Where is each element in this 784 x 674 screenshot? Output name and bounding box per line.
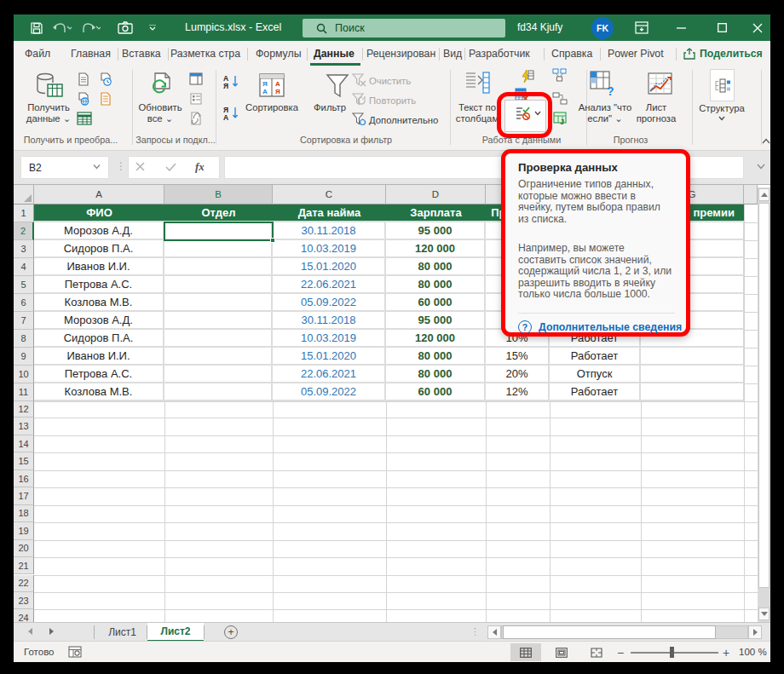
row-header-10[interactable]: 10: [14, 366, 34, 383]
row-header-12[interactable]: 12: [14, 401, 34, 418]
search-box[interactable]: Поиск: [303, 19, 505, 37]
vscroll-thumb[interactable]: [758, 203, 770, 588]
cell-B4[interactable]: [164, 258, 273, 276]
cell-B8[interactable]: [164, 330, 273, 348]
hscroll-left-button[interactable]: [487, 625, 501, 639]
row-header-1[interactable]: 1: [14, 205, 34, 222]
cell-D7[interactable]: 95 000: [386, 312, 486, 330]
formula-bar-dots[interactable]: ⋮: [116, 160, 126, 172]
cell-C1[interactable]: Дата найма: [273, 205, 386, 222]
cell-B7[interactable]: [164, 312, 273, 330]
cell-C4[interactable]: 15.01.2020: [273, 258, 386, 276]
cell-D10[interactable]: 80 000: [386, 366, 486, 383]
cell-E11[interactable]: 12%: [486, 383, 550, 401]
cell-C10[interactable]: 22.06.2021: [273, 366, 386, 383]
cell-D1[interactable]: Зарплата: [386, 205, 486, 222]
existing-connections-icon[interactable]: [99, 92, 112, 106]
cell-D11[interactable]: 60 000: [386, 383, 486, 401]
cell-A9[interactable]: Иванов И.И.: [34, 348, 164, 366]
row-header-16[interactable]: 16: [14, 470, 34, 487]
cell-G9[interactable]: [641, 348, 744, 366]
ribbon-tab-9[interactable]: Разработчик: [469, 41, 530, 66]
cell-C3[interactable]: 10.03.2019: [273, 240, 386, 258]
macro-record-icon[interactable]: [68, 646, 82, 658]
user-name[interactable]: fd34 Kjufy: [517, 21, 562, 33]
cell-C2[interactable]: 30.11.2018: [273, 222, 386, 240]
row-header-21[interactable]: 21: [14, 557, 34, 574]
save-icon[interactable]: [30, 21, 43, 35]
undo-button[interactable]: [53, 22, 72, 34]
advanced-filter-icon[interactable]: [352, 112, 366, 126]
row-header-13[interactable]: 13: [14, 418, 34, 435]
get-data-label[interactable]: Получить данные ⌄: [14, 102, 84, 124]
column-header-A[interactable]: A: [34, 185, 164, 205]
cell-B3[interactable]: [164, 240, 273, 258]
name-box-dropdown-icon[interactable]: [93, 164, 101, 170]
text-to-columns-label[interactable]: Текст по столбцам: [451, 102, 504, 124]
row-header-19[interactable]: 19: [14, 522, 34, 539]
cell-F11[interactable]: Работает: [550, 383, 641, 401]
fill-handle[interactable]: [270, 238, 275, 243]
row-header-8[interactable]: 8: [14, 330, 34, 348]
cell-C9[interactable]: 15.01.2020: [273, 348, 386, 366]
zoom-out-button[interactable]: −: [617, 646, 624, 660]
collapse-ribbon-icon[interactable]: [762, 138, 770, 144]
ribbon-tab-7[interactable]: Рецензирован: [366, 41, 435, 66]
flash-fill-icon[interactable]: [520, 69, 534, 84]
cell-C6[interactable]: 05.09.2022: [273, 294, 386, 312]
hscroll-thumb[interactable]: [503, 625, 716, 639]
filter-icon[interactable]: [326, 73, 349, 101]
what-if-label[interactable]: Анализ "что если" ⌄: [578, 102, 632, 124]
enter-icon[interactable]: [165, 163, 176, 171]
cell-A8[interactable]: Сидоров П.А.: [34, 330, 164, 348]
cell-A10[interactable]: Петрова А.С.: [34, 366, 164, 383]
cell-C11[interactable]: 05.09.2022: [273, 383, 386, 401]
cell-E10[interactable]: 20%: [486, 366, 550, 383]
camera-icon[interactable]: [118, 21, 133, 34]
cell-F9[interactable]: Работает: [550, 348, 641, 366]
row-header-22[interactable]: 22: [14, 575, 34, 592]
cell-D6[interactable]: 60 000: [386, 294, 486, 312]
cell-B5[interactable]: [164, 276, 273, 294]
refresh-all-label[interactable]: Обновить все ⌄: [124, 102, 196, 124]
zoom-level[interactable]: 100 %: [739, 647, 767, 657]
cell-B1[interactable]: Отдел: [164, 205, 273, 222]
cell-D5[interactable]: 80 000: [386, 276, 486, 294]
cell-D2[interactable]: 95 000: [386, 222, 486, 240]
refresh-all-icon[interactable]: [148, 72, 174, 100]
cell-F10[interactable]: Отпуск: [550, 366, 641, 383]
sheet-tab-list2[interactable]: Лист2: [147, 623, 204, 642]
from-table-icon[interactable]: [77, 112, 92, 125]
advanced-filter-label[interactable]: Дополнительно: [369, 115, 438, 125]
maximize-button[interactable]: [709, 14, 735, 41]
cell-D8[interactable]: 120 000: [386, 330, 486, 348]
data-model-icon[interactable]: J: [552, 111, 569, 126]
hscroll-right-button[interactable]: [748, 625, 762, 639]
sheet-tab-list1[interactable]: Лист1: [98, 623, 147, 642]
forecast-sheet-label[interactable]: Лист прогноза: [631, 102, 682, 124]
cell-A4[interactable]: Иванов И.И.: [34, 258, 164, 276]
column-header-D[interactable]: D: [386, 185, 486, 205]
ribbon-display-options-icon[interactable]: [635, 21, 649, 34]
sort-az-icon[interactable]: АЯ: [223, 74, 240, 89]
fx-icon[interactable]: fx: [195, 160, 205, 174]
vertical-scrollbar[interactable]: [758, 187, 770, 622]
view-page-break-button[interactable]: [583, 643, 610, 661]
share-button[interactable]: Поделиться: [683, 41, 763, 66]
get-data-icon[interactable]: [35, 72, 64, 100]
ribbon-tab-8[interactable]: Вид: [443, 41, 462, 66]
row-header-2[interactable]: 2: [14, 222, 34, 240]
row-header-11[interactable]: 11: [14, 383, 34, 401]
sort-dialog-icon[interactable]: ЯААЯ: [259, 73, 285, 101]
zoom-in-button[interactable]: +: [723, 646, 729, 660]
column-header-B[interactable]: B: [164, 185, 273, 205]
cell-A7[interactable]: Морозов А.Д.: [34, 312, 164, 330]
from-web-icon[interactable]: [77, 92, 90, 106]
cell-G10[interactable]: [641, 366, 744, 383]
cell-C7[interactable]: 30.11.2018: [273, 312, 386, 330]
zoom-slider-track[interactable]: [631, 652, 718, 654]
close-button[interactable]: [745, 14, 770, 41]
sheet-nav-left[interactable]: [28, 628, 32, 635]
row-header-9[interactable]: 9: [14, 348, 34, 366]
formula-bar-expand-icon[interactable]: [757, 164, 765, 170]
